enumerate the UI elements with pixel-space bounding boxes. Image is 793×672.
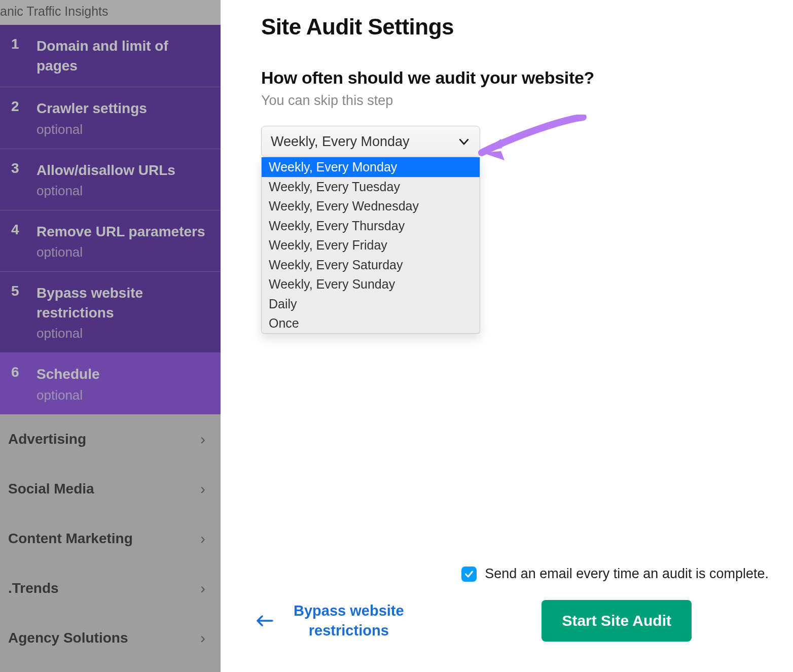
step-number: 5 (11, 283, 37, 341)
chevron-down-icon (459, 135, 468, 148)
step-schedule[interactable]: 6 Schedule optional (0, 353, 221, 414)
schedule-dropdown-list: Weekly, Every Monday Weekly, Every Tuesd… (261, 157, 480, 334)
step-domain-limit[interactable]: 1 Domain and limit of pages (0, 25, 221, 87)
chevron-right-icon: › (200, 629, 205, 647)
step-optional: optional (37, 122, 210, 137)
sidebar-top-partial-text: anic Traffic Insights (0, 0, 221, 25)
footer: Send an email every time an audit is com… (221, 566, 793, 672)
chevron-right-icon: › (200, 530, 205, 547)
dropdown-selected-label: Weekly, Every Monday (271, 134, 410, 150)
dropdown-option[interactable]: Once (262, 313, 480, 333)
back-link[interactable]: Bypass websiterestrictions (294, 601, 404, 641)
category-label: Social Media (8, 481, 94, 497)
category-label: Advertising (8, 431, 86, 447)
step-optional: optional (37, 326, 210, 341)
footer-nav: Bypass websiterestrictions Start Site Au… (256, 600, 773, 642)
sidebar-categories: Advertising › Social Media › Content Mar… (0, 414, 221, 663)
step-number: 3 (11, 160, 37, 199)
schedule-dropdown-button[interactable]: Weekly, Every Monday (261, 126, 480, 157)
step-title: Domain and limit of pages (37, 36, 210, 76)
step-number: 4 (11, 222, 37, 260)
category-label: Content Marketing (8, 530, 133, 547)
step-title: Remove URL parameters (37, 222, 210, 241)
category-agency-solutions[interactable]: Agency Solutions › (0, 613, 221, 663)
email-notify-checkbox[interactable] (461, 567, 477, 582)
category-trends[interactable]: .Trends › (0, 563, 221, 613)
category-social-media[interactable]: Social Media › (0, 464, 221, 514)
category-label: .Trends (8, 580, 59, 596)
dropdown-option[interactable]: Weekly, Every Tuesday (262, 177, 480, 197)
category-content-marketing[interactable]: Content Marketing › (0, 514, 221, 563)
page-title: Site Audit Settings (261, 14, 763, 40)
skip-hint: You can skip this step (261, 93, 763, 109)
chevron-right-icon: › (200, 580, 205, 597)
chevron-right-icon: › (200, 480, 205, 498)
dropdown-option[interactable]: Weekly, Every Saturday (262, 255, 480, 275)
step-title: Crawler settings (37, 98, 210, 118)
chevron-right-icon: › (200, 431, 205, 448)
sidebar: anic Traffic Insights 1 Domain and limit… (0, 0, 221, 672)
back-arrow-icon[interactable] (256, 610, 273, 631)
dropdown-option[interactable]: Weekly, Every Friday (262, 235, 480, 255)
dropdown-option[interactable]: Daily (262, 294, 480, 314)
step-allow-disallow-urls[interactable]: 3 Allow/disallow URLs optional (0, 149, 221, 210)
dropdown-option[interactable]: Weekly, Every Wednesday (262, 196, 480, 216)
email-notify-label: Send an email every time an audit is com… (485, 566, 769, 582)
step-number: 2 (11, 98, 37, 137)
step-number: 6 (11, 364, 37, 403)
dropdown-option[interactable]: Weekly, Every Monday (262, 157, 480, 177)
wizard-steps: 1 Domain and limit of pages 2 Crawler se… (0, 25, 221, 414)
email-notify-row: Send an email every time an audit is com… (256, 566, 773, 582)
step-number: 1 (11, 36, 37, 76)
step-title: Bypass website restrictions (37, 283, 210, 323)
dropdown-option[interactable]: Weekly, Every Thursday (262, 216, 480, 236)
step-title: Allow/disallow URLs (37, 160, 210, 180)
schedule-dropdown: Weekly, Every Monday Weekly, Every Monda… (261, 126, 480, 157)
step-optional: optional (37, 183, 210, 199)
step-optional: optional (37, 244, 210, 260)
step-bypass-restrictions[interactable]: 5 Bypass website restrictions optional (0, 272, 221, 353)
dropdown-option[interactable]: Weekly, Every Sunday (262, 274, 480, 294)
back-group: Bypass websiterestrictions (256, 601, 404, 641)
step-remove-url-parameters[interactable]: 4 Remove URL parameters optional (0, 210, 221, 272)
step-optional: optional (37, 387, 210, 403)
category-label: Agency Solutions (8, 630, 128, 646)
category-advertising[interactable]: Advertising › (0, 414, 221, 464)
step-title: Schedule (37, 364, 210, 384)
schedule-question: How often should we audit your website? (261, 68, 763, 88)
step-crawler-settings[interactable]: 2 Crawler settings optional (0, 87, 221, 149)
start-site-audit-button[interactable]: Start Site Audit (542, 600, 692, 642)
